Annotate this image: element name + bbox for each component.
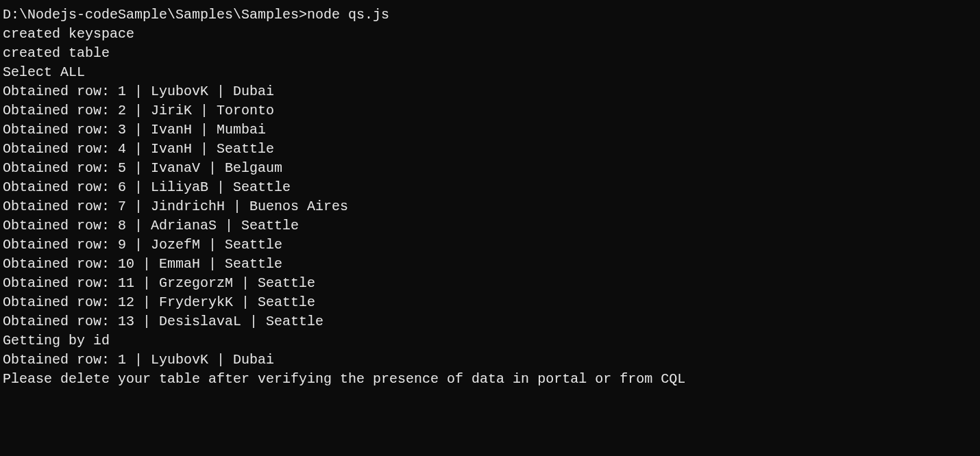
data-row: Obtained row: 5 | IvanaV | Belgaum [3, 159, 977, 178]
output-line: created table [3, 44, 977, 63]
prompt-path: D:\Nodejs-codeSample\Samples\Samples> [3, 7, 307, 23]
rows-container: Obtained row: 1 | LyubovK | DubaiObtaine… [3, 82, 977, 331]
data-row: Obtained row: 6 | LiliyaB | Seattle [3, 178, 977, 197]
terminal-window[interactable]: D:\Nodejs-codeSample\Samples\Samples>nod… [3, 5, 977, 389]
prompt-command: node qs.js [307, 7, 389, 23]
output-line: created keyspace [3, 25, 977, 44]
data-row: Obtained row: 3 | IvanH | Mumbai [3, 121, 977, 140]
data-row: Obtained row: 12 | FryderykK | Seattle [3, 293, 977, 312]
data-row: Obtained row: 10 | EmmaH | Seattle [3, 255, 977, 274]
by-id-row-line: Obtained row: 1 | LyubovK | Dubai [3, 351, 977, 370]
data-row: Obtained row: 7 | JindrichH | Buenos Air… [3, 197, 977, 216]
data-row: Obtained row: 8 | AdrianaS | Seattle [3, 216, 977, 236]
getting-by-id-line: Getting by id [3, 331, 977, 351]
data-row: Obtained row: 1 | LyubovK | Dubai [3, 82, 977, 101]
command-prompt-line: D:\Nodejs-codeSample\Samples\Samples>nod… [3, 5, 977, 25]
data-row: Obtained row: 13 | DesislavaL | Seattle [3, 312, 977, 331]
final-message-line: Please delete your table after verifying… [3, 370, 977, 389]
data-row: Obtained row: 11 | GrzegorzM | Seattle [3, 274, 977, 293]
data-row: Obtained row: 4 | IvanH | Seattle [3, 140, 977, 159]
output-line: Select ALL [3, 63, 977, 82]
data-row: Obtained row: 2 | JiriK | Toronto [3, 101, 977, 121]
data-row: Obtained row: 9 | JozefM | Seattle [3, 236, 977, 255]
